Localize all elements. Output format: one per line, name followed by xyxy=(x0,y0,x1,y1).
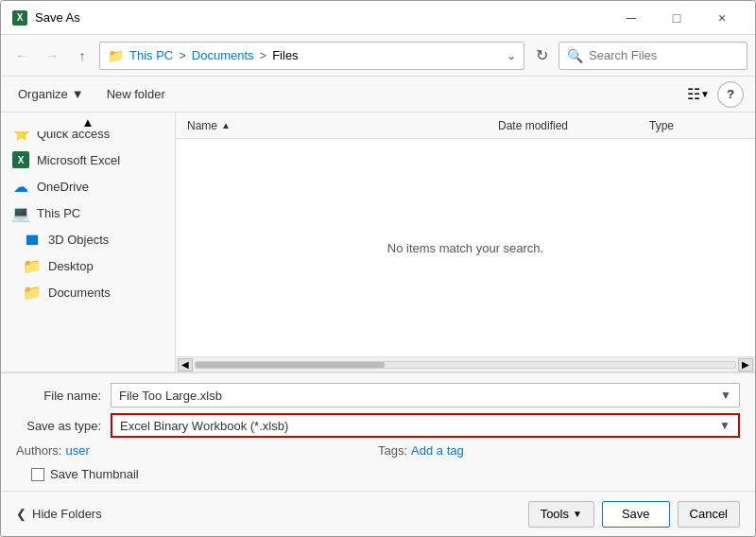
empty-message: No items match your search. xyxy=(387,241,543,255)
organize-label: Organize xyxy=(18,87,68,101)
sidebar-label-desktop: Desktop xyxy=(48,259,94,273)
save-as-dialog: X Save As ─ □ × ← → ↑ 📁 This PC > Docume… xyxy=(0,0,756,537)
search-input[interactable] xyxy=(589,48,739,62)
scroll-right-button[interactable]: ▶ xyxy=(738,358,753,372)
filetype-row: Save as type: Excel Binary Workbook (*.x… xyxy=(16,413,740,438)
app-icon: X xyxy=(12,10,27,26)
forward-button[interactable]: → xyxy=(39,43,65,69)
documents-icon: 📁 xyxy=(24,284,41,301)
breadcrumb-this-pc[interactable]: This PC xyxy=(129,48,173,62)
search-icon: 🔍 xyxy=(567,48,583,63)
col-date-header[interactable]: Date modified xyxy=(498,119,649,132)
bottom-form: File name: File Too Large.xlsb ▼ Save as… xyxy=(1,372,755,491)
tags-section: Tags: Add a tag xyxy=(378,443,740,458)
filename-value: File Too Large.xlsb xyxy=(119,389,222,403)
scroll-left-button[interactable]: ◀ xyxy=(178,358,193,372)
filename-input[interactable]: File Too Large.xlsb ▼ xyxy=(111,383,740,407)
organize-arrow-icon: ▼ xyxy=(72,87,84,101)
sidebar-label-this-pc: This PC xyxy=(37,206,80,220)
this-pc-icon: 💻 xyxy=(12,204,29,221)
sidebar-label-documents: Documents xyxy=(48,286,111,300)
cancel-button[interactable]: Cancel xyxy=(678,501,740,528)
tags-value[interactable]: Add a tag xyxy=(411,443,464,458)
file-list: Name ▲ Date modified Type No items match… xyxy=(176,113,755,372)
thumbnail-checkbox[interactable] xyxy=(31,468,44,481)
footer-right: Tools ▼ Save Cancel xyxy=(528,501,740,528)
maximize-button[interactable]: □ xyxy=(655,5,698,31)
file-list-header: Name ▲ Date modified Type xyxy=(176,113,755,139)
sidebar-item-3d-objects[interactable]: ⯀ 3D Objects xyxy=(1,226,175,252)
3d-objects-icon: ⯀ xyxy=(24,231,41,248)
col-name-header[interactable]: Name ▲ xyxy=(187,119,498,132)
toolbar-right: ☷ ▼ ? xyxy=(685,81,744,108)
onedrive-icon: ☁ xyxy=(12,178,29,195)
sort-indicator: ▲ xyxy=(221,120,231,130)
tools-label: Tools xyxy=(541,507,569,521)
organize-button[interactable]: Organize ▼ xyxy=(12,83,90,105)
filename-dropdown-icon: ▼ xyxy=(720,389,731,402)
authors-section: Authors: user xyxy=(16,443,378,458)
filename-label: File name: xyxy=(16,389,111,403)
desktop-icon: 📁 xyxy=(24,257,41,274)
authors-label: Authors: xyxy=(16,443,61,458)
meta-row: Authors: user Tags: Add a tag xyxy=(16,443,740,458)
folder-address-icon: 📁 xyxy=(108,48,124,63)
filetype-value: Excel Binary Workbook (*.xlsb) xyxy=(120,419,288,433)
up-button[interactable]: ↑ xyxy=(69,43,95,69)
new-folder-button[interactable]: New folder xyxy=(101,83,171,105)
address-bar[interactable]: 📁 This PC > Documents > Files ⌄ xyxy=(99,42,524,70)
sidebar-label-3d-objects: 3D Objects xyxy=(48,233,109,247)
footer: ❮ Hide Folders Tools ▼ Save Cancel xyxy=(1,491,755,536)
refresh-button[interactable]: ↻ xyxy=(528,43,555,69)
search-box[interactable]: 🔍 xyxy=(558,42,747,70)
thumbnail-label: Save Thumbnail xyxy=(50,467,139,481)
sidebar-scroll-up[interactable]: ▲ xyxy=(1,113,175,131)
scroll-thumb[interactable] xyxy=(196,362,385,368)
tags-label: Tags: xyxy=(378,443,407,458)
col-type-header[interactable]: Type xyxy=(649,119,744,132)
file-list-body: No items match your search. xyxy=(176,139,755,356)
filetype-dropdown-icon: ▼ xyxy=(719,419,730,432)
filetype-label: Save as type: xyxy=(16,419,111,433)
excel-icon: X xyxy=(12,151,29,168)
close-button[interactable]: × xyxy=(700,5,744,31)
filetype-select[interactable]: Excel Binary Workbook (*.xlsb) ▼ xyxy=(111,413,740,438)
thumbnail-row: Save Thumbnail xyxy=(16,461,740,481)
save-button[interactable]: Save xyxy=(602,501,670,528)
sidebar-item-microsoft-excel[interactable]: X Microsoft Excel xyxy=(1,147,175,173)
scroll-track[interactable] xyxy=(195,361,736,369)
minimize-button[interactable]: ─ xyxy=(610,5,653,31)
view-button[interactable]: ☷ ▼ xyxy=(685,81,712,108)
filename-row: File name: File Too Large.xlsb ▼ xyxy=(16,383,740,407)
hide-folders-label: Hide Folders xyxy=(32,507,102,521)
sidebar-item-this-pc[interactable]: 💻 This PC xyxy=(1,199,175,226)
sidebar-item-desktop[interactable]: 📁 Desktop xyxy=(1,252,175,279)
view-icon: ☷ xyxy=(687,85,700,103)
tools-arrow-icon: ▼ xyxy=(573,509,582,519)
hide-folders-button[interactable]: ❮ Hide Folders xyxy=(16,507,102,521)
window-controls: ─ □ × xyxy=(610,5,744,31)
horizontal-scrollbar[interactable]: ◀ ▶ xyxy=(176,356,755,372)
sidebar-label-excel: Microsoft Excel xyxy=(37,153,120,167)
breadcrumb-files: Files xyxy=(272,48,298,62)
sidebar-item-onedrive[interactable]: ☁ OneDrive xyxy=(1,173,175,199)
hide-folders-chevron-icon: ❮ xyxy=(16,507,26,521)
new-folder-label: New folder xyxy=(107,87,165,101)
authors-value[interactable]: user xyxy=(65,443,89,458)
tools-button[interactable]: Tools ▼ xyxy=(528,501,594,528)
back-button[interactable]: ← xyxy=(9,43,35,69)
address-dropdown-arrow[interactable]: ⌄ xyxy=(507,49,516,62)
main-content: ▲ ⭐ Quick access X Microsoft Excel ☁ One… xyxy=(1,113,755,372)
dialog-title: Save As xyxy=(35,10,610,25)
breadcrumb-documents[interactable]: Documents xyxy=(192,48,254,62)
sidebar-item-documents[interactable]: 📁 Documents xyxy=(1,279,175,305)
help-button[interactable]: ? xyxy=(717,81,744,108)
view-dropdown-icon: ▼ xyxy=(700,89,710,99)
title-bar: X Save As ─ □ × xyxy=(1,1,755,35)
nav-bar: ← → ↑ 📁 This PC > Documents > Files ⌄ ↻ … xyxy=(1,35,755,77)
sidebar: ▲ ⭐ Quick access X Microsoft Excel ☁ One… xyxy=(1,113,176,372)
sidebar-label-onedrive: OneDrive xyxy=(37,180,89,194)
toolbar: Organize ▼ New folder ☷ ▼ ? xyxy=(1,77,755,113)
